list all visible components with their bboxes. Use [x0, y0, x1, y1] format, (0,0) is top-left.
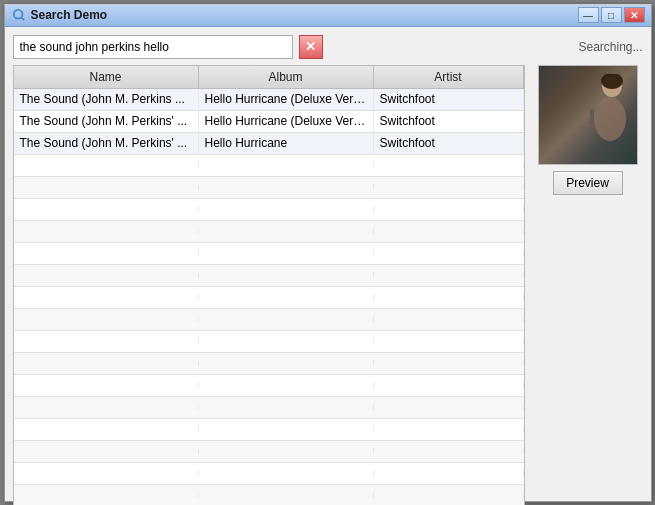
maximize-button[interactable]: □ — [601, 7, 622, 23]
table-row[interactable]: The Sound (John M. Perkins' ...Hello Hur… — [14, 133, 524, 155]
cell-artist: Switchfoot — [374, 133, 524, 153]
svg-point-3 — [594, 97, 626, 141]
content-area: ✕ Searching... Name Album Artist The Sou… — [5, 27, 651, 506]
table-row[interactable]: The Sound (John M. Perkins ...Hello Hurr… — [14, 89, 524, 111]
cell-name: The Sound (John M. Perkins ... — [14, 89, 199, 109]
table-body: The Sound (John M. Perkins ...Hello Hurr… — [14, 89, 524, 506]
table-row-empty — [14, 331, 524, 353]
results-table: Name Album Artist The Sound (John M. Per… — [13, 65, 525, 506]
table-row-empty — [14, 199, 524, 221]
table-row-empty — [14, 221, 524, 243]
table-row-empty — [14, 375, 524, 397]
window-controls: — □ ✕ — [578, 7, 645, 23]
search-row: ✕ Searching... — [13, 35, 643, 59]
minimize-button[interactable]: — — [578, 7, 599, 23]
table-row-empty — [14, 265, 524, 287]
album-art — [538, 65, 638, 165]
table-row-empty — [14, 309, 524, 331]
svg-line-1 — [21, 17, 24, 20]
preview-button[interactable]: Preview — [553, 171, 623, 195]
table-row-empty — [14, 419, 524, 441]
cell-name: The Sound (John M. Perkins' ... — [14, 111, 199, 131]
album-art-person — [582, 74, 627, 149]
title-bar: Search Demo — □ ✕ — [5, 5, 651, 27]
table-row-empty — [14, 155, 524, 177]
window-title: Search Demo — [31, 8, 578, 22]
main-area: Name Album Artist The Sound (John M. Per… — [13, 65, 643, 506]
table-row-empty — [14, 177, 524, 199]
search-status: Searching... — [578, 40, 642, 54]
cell-artist: Switchfoot — [374, 89, 524, 109]
table-row-empty — [14, 463, 524, 485]
col-header-name: Name — [14, 66, 199, 88]
clear-button[interactable]: ✕ — [299, 35, 323, 59]
cell-album: Hello Hurricane (Deluxe Versi... — [199, 111, 374, 131]
main-window: Search Demo — □ ✕ ✕ Searching... Name Al… — [4, 4, 652, 502]
table-row-empty — [14, 353, 524, 375]
table-row-empty — [14, 441, 524, 463]
search-input[interactable] — [13, 35, 293, 59]
svg-rect-5 — [590, 109, 594, 124]
close-button[interactable]: ✕ — [624, 7, 645, 23]
cell-name: The Sound (John M. Perkins' ... — [14, 133, 199, 153]
cell-artist: Switchfoot — [374, 111, 524, 131]
table-row-empty — [14, 287, 524, 309]
cell-album: Hello Hurricane — [199, 133, 374, 153]
col-header-artist: Artist — [374, 66, 524, 88]
table-row[interactable]: The Sound (John M. Perkins' ...Hello Hur… — [14, 111, 524, 133]
table-row-empty — [14, 397, 524, 419]
table-row-empty — [14, 485, 524, 506]
table-header: Name Album Artist — [14, 66, 524, 89]
right-panel: Preview — [533, 65, 643, 506]
cell-album: Hello Hurricane (Deluxe Versi... — [199, 89, 374, 109]
album-art-image — [539, 66, 637, 164]
table-row-empty — [14, 243, 524, 265]
col-header-album: Album — [199, 66, 374, 88]
app-icon — [11, 7, 27, 23]
